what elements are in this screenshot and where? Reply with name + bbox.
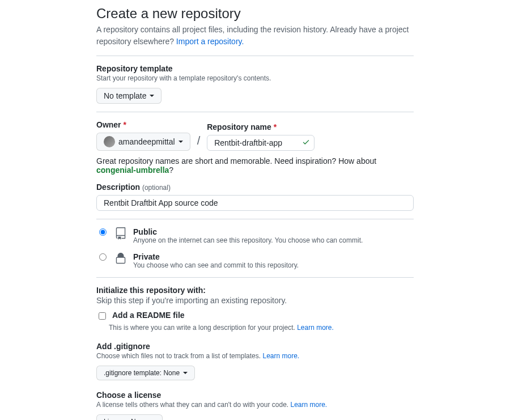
- license-select-button[interactable]: License: None: [96, 414, 163, 420]
- repo-icon: [114, 227, 128, 240]
- gitignore-help: Choose which files not to track from a l…: [96, 352, 414, 360]
- readme-learn-more-link[interactable]: Learn more.: [297, 324, 334, 332]
- divider: [96, 277, 414, 278]
- gitignore-title: Add .gitignore: [96, 342, 414, 351]
- private-title: Private: [133, 252, 299, 261]
- owner-select-button[interactable]: amandeepmittal: [96, 133, 190, 151]
- template-help: Start your repository with a template re…: [96, 74, 414, 82]
- template-select-button[interactable]: No template: [96, 88, 162, 104]
- check-icon: [302, 138, 310, 148]
- visibility-public-radio[interactable]: [99, 228, 107, 236]
- repo-name-input[interactable]: [207, 135, 314, 151]
- license-title: Choose a license: [96, 391, 414, 400]
- avatar: [104, 136, 115, 147]
- license-learn-more-link[interactable]: Learn more.: [291, 401, 328, 409]
- gitignore-learn-more-link[interactable]: Learn more.: [262, 352, 299, 360]
- owner-name-text: amandeepmittal: [118, 137, 175, 146]
- chevron-down-icon: [150, 95, 154, 97]
- readme-desc: This is where you can write a long descr…: [109, 324, 414, 332]
- divider: [96, 112, 414, 112]
- subhead-text: A repository contains all project files,…: [96, 25, 409, 46]
- public-title: Public: [133, 227, 363, 236]
- init-help: Skip this step if you're importing an ex…: [96, 296, 414, 305]
- chevron-down-icon: [178, 141, 183, 143]
- divider: [96, 56, 414, 56]
- description-input[interactable]: [96, 195, 414, 211]
- readme-title: Add a README file: [112, 311, 185, 320]
- license-help: A license tells others what they can and…: [96, 401, 414, 409]
- template-label: Repository template: [96, 64, 414, 73]
- gitignore-select-button[interactable]: .gitignore template: None: [96, 366, 195, 380]
- visibility-private-radio[interactable]: [99, 253, 107, 261]
- lock-icon: [114, 252, 128, 265]
- readme-checkbox[interactable]: [99, 312, 106, 320]
- repo-name-label: Repository name *: [207, 122, 314, 131]
- chevron-down-icon: [183, 372, 188, 374]
- init-title: Initialize this repository with:: [96, 286, 414, 295]
- owner-label: Owner *: [96, 120, 190, 129]
- private-desc: You choose who can see and commit to thi…: [133, 261, 299, 269]
- public-desc: Anyone on the internet can see this repo…: [133, 236, 363, 244]
- import-repo-link[interactable]: Import a repository.: [176, 37, 244, 46]
- slash-separator: /: [197, 134, 201, 147]
- template-select-text: No template: [104, 91, 146, 100]
- page-subhead: A repository contains all project files,…: [96, 24, 414, 48]
- name-suggestion-tip: Great repository names are short and mem…: [96, 156, 414, 175]
- name-suggestion-link[interactable]: congenial-umbrella: [96, 166, 169, 175]
- description-label: Description (optional): [96, 183, 414, 192]
- page-title: Create a new repository: [96, 6, 414, 22]
- divider: [96, 219, 414, 219]
